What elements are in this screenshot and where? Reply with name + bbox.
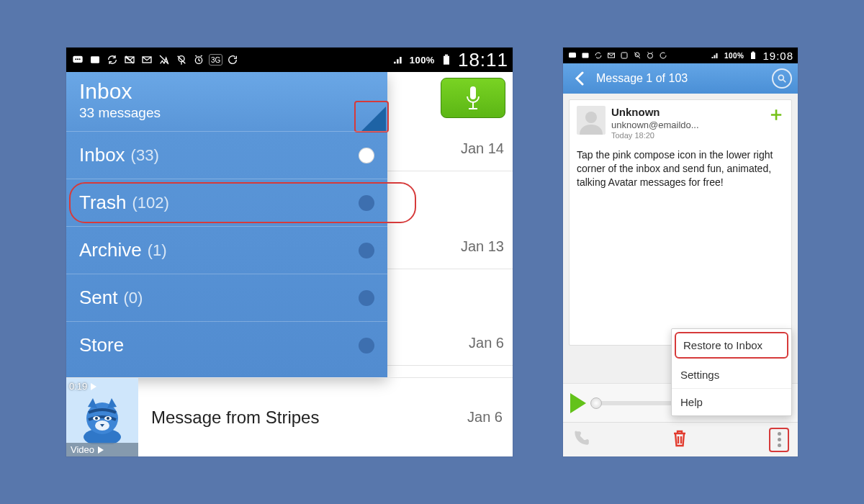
clock: 18:11 [458, 49, 508, 71]
radio-selected-icon [359, 148, 374, 163]
sender-time: Today 18:20 [611, 131, 762, 141]
phone-icon [572, 429, 590, 448]
refresh-icon [225, 54, 240, 66]
message-date: Jan 6 [467, 409, 503, 426]
svg-rect-22 [582, 53, 589, 58]
no-signal-icon [157, 54, 171, 66]
network-3g-icon: 3G [209, 54, 222, 66]
play-button[interactable] [570, 393, 586, 413]
svg-rect-24 [621, 53, 627, 58]
play-mini-icon [97, 446, 104, 454]
kebab-dot-icon [778, 438, 781, 441]
add-contact-button[interactable]: ＋ [768, 106, 784, 122]
date-row[interactable]: Jan 13 [383, 225, 513, 269]
play-mini-icon [90, 383, 97, 390]
cat-avatar-icon [77, 394, 127, 444]
gap [513, 48, 563, 456]
call-button[interactable] [572, 429, 590, 451]
svg-rect-11 [470, 86, 476, 99]
chevron-left-icon [574, 71, 584, 86]
sender-avatar[interactable] [577, 106, 606, 135]
message-title: Message from Stripes [138, 408, 467, 428]
kebab-dot-icon [778, 444, 781, 447]
phone-left: 3G 100% 18:11 Jan 14 Jan 13 Jan 6 I [66, 48, 513, 456]
notif-chat-icon [567, 51, 577, 60]
folder-count: (102) [132, 194, 169, 212]
nfc-icon [619, 51, 629, 60]
video-label: Video [66, 443, 138, 456]
cell-signal-icon [391, 54, 405, 66]
battery-icon [748, 51, 758, 60]
menu-help[interactable]: Help [672, 389, 791, 415]
dropdown-triangle-icon [361, 107, 386, 131]
svg-rect-13 [469, 108, 477, 109]
svg-point-30 [585, 112, 597, 123]
message-row-stripes[interactable]: 0:19 [66, 377, 513, 456]
battery-percent: 100% [410, 55, 435, 66]
left-body: Jan 14 Jan 13 Jan 6 Inbox 33 messages In… [66, 72, 513, 456]
clock: 19:08 [762, 50, 793, 62]
trash-icon [671, 428, 688, 449]
search-button[interactable] [772, 68, 792, 89]
sender-info: Unknown unknown@emaildo... Today 18:20 [611, 106, 762, 141]
svg-point-29 [778, 75, 783, 80]
folder-sent[interactable]: Sent (0) [66, 274, 387, 321]
dropdown-header[interactable]: Inbox 33 messages [66, 72, 387, 131]
sync-icon [593, 51, 603, 60]
status-bar-left: 3G 100% 18:11 [66, 48, 513, 72]
date-row[interactable]: Jan 6 [383, 321, 513, 366]
svg-rect-28 [752, 52, 755, 53]
svg-rect-9 [444, 56, 449, 65]
svg-point-25 [635, 53, 639, 57]
refresh-icon [658, 51, 668, 60]
svg-point-19 [107, 417, 109, 420]
notif-badge-icon [580, 51, 590, 60]
status-bar-right: 100% 19:08 [563, 48, 798, 63]
video-thumbnail[interactable]: 0:19 [66, 378, 138, 456]
svg-rect-4 [91, 56, 99, 63]
status-right-left: 100% 18:11 [391, 49, 508, 71]
radio-icon [359, 195, 374, 211]
sender-row: Unknown unknown@emaildo... Today 18:20 ＋ [577, 106, 784, 141]
battery-percent: 100% [724, 52, 744, 60]
sync-icon [105, 54, 120, 66]
overflow-button[interactable] [769, 428, 789, 452]
folder-label: Inbox [79, 144, 125, 166]
date-row[interactable]: Jan 14 [383, 127, 513, 171]
svg-point-18 [95, 417, 98, 420]
radio-icon [359, 290, 374, 306]
radio-icon [359, 243, 374, 258]
folder-label: Store [79, 334, 124, 356]
folder-dropdown: Inbox 33 messages Inbox (33) Trash (102) [66, 72, 387, 377]
kebab-dot-icon [778, 432, 781, 436]
svg-point-3 [79, 58, 81, 60]
folder-store[interactable]: Store [66, 321, 387, 369]
svg-rect-12 [472, 102, 474, 108]
folder-inbox[interactable]: Inbox (33) [66, 131, 387, 179]
mail-icon [606, 51, 616, 60]
location-off-icon [174, 54, 189, 66]
video-duration: 0:19 [69, 381, 97, 392]
folder-label: Sent [79, 287, 118, 309]
svg-point-1 [75, 58, 76, 60]
svg-rect-27 [751, 53, 755, 59]
scrubber-knob-icon[interactable] [590, 397, 602, 409]
folder-archive[interactable]: Archive (1) [66, 226, 387, 274]
menu-restore-to-inbox[interactable]: Restore to Inbox [675, 332, 788, 359]
voice-compose-button[interactable] [441, 78, 505, 118]
message-header: Message 1 of 103 [563, 63, 798, 94]
delete-button[interactable] [671, 428, 688, 451]
alarm-icon [192, 54, 206, 66]
microphone-icon [464, 85, 482, 111]
folder-trash[interactable]: Trash (102) [66, 179, 387, 226]
folder-label: Trash [79, 192, 127, 214]
notif-badge-icon [88, 54, 102, 66]
notif-chat-icon [71, 54, 85, 66]
status-right-right: 100% 19:08 [710, 50, 793, 62]
radio-icon [359, 338, 374, 354]
message-card: Unknown unknown@emaildo... Today 18:20 ＋… [569, 99, 792, 346]
person-silhouette-icon [578, 109, 604, 135]
back-button[interactable] [569, 68, 589, 89]
menu-settings[interactable]: Settings [672, 361, 791, 389]
mail-crossed-icon [122, 54, 137, 66]
